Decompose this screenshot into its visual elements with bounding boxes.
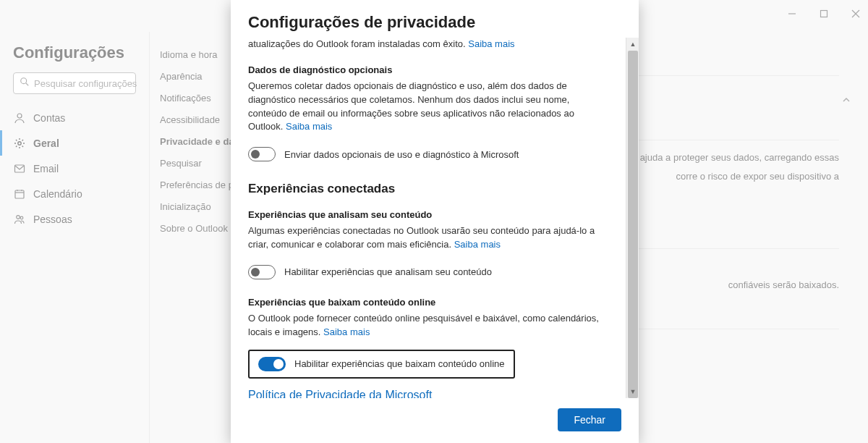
toggle-analyze-label: Habilitar experiências que analisam seu … — [284, 266, 492, 277]
close-button[interactable]: Fechar — [558, 408, 621, 431]
analisam-body: Algumas experiências conectadas no Outlo… — [248, 225, 595, 250]
baixam-heading: Experiências que baixam conteúdo online — [248, 297, 608, 308]
toggle-diagnostic-data[interactable] — [248, 147, 276, 161]
saiba-mais-link-3[interactable]: Saiba mais — [454, 239, 501, 250]
scroll-up-arrow[interactable]: ▲ — [626, 38, 639, 51]
toggle-download-label: Habilitar experiências que baixam conteú… — [294, 358, 505, 369]
scroll-down-arrow[interactable]: ▼ — [626, 385, 639, 398]
privacy-policy-link[interactable]: Política de Privacidade da Microsoft — [248, 389, 432, 398]
baixam-text: O Outlook pode fornecer conteúdo online … — [248, 312, 608, 339]
intro-tail: atualizações do Outlook foram instaladas… — [248, 38, 466, 49]
dados-text: Queremos coletar dados opcionais de diag… — [248, 80, 608, 134]
modal-title: Configurações de privacidade — [231, 0, 639, 38]
conectadas-heading: Experiências conectadas — [248, 182, 608, 196]
baixam-body: O Outlook pode fornecer conteúdo online … — [248, 313, 599, 337]
toggle-row-download-focused: Habilitar experiências que baixam conteú… — [248, 350, 515, 379]
modal-body: atualizações do Outlook foram instaladas… — [231, 38, 639, 398]
modal-scrollbar[interactable]: ▲ ▼ — [626, 38, 639, 398]
dados-heading: Dados de diagnóstico opcionais — [248, 64, 608, 75]
saiba-mais-link-4[interactable]: Saiba mais — [323, 326, 370, 337]
toggle-analyze-content[interactable] — [248, 265, 276, 279]
analisam-text: Algumas experiências conectadas no Outlo… — [248, 224, 608, 252]
toggle-row-analyze: Habilitar experiências que analisam seu … — [248, 261, 608, 284]
modal-footer: Fechar — [231, 398, 639, 443]
toggle-download-content[interactable] — [258, 357, 286, 371]
scrollbar-thumb[interactable] — [628, 51, 638, 398]
saiba-mais-link-1[interactable]: Saiba mais — [468, 38, 514, 49]
saiba-mais-link-2[interactable]: Saiba mais — [286, 121, 332, 132]
modal-scroll-area[interactable]: atualizações do Outlook foram instaladas… — [231, 38, 626, 398]
intro-text: atualizações do Outlook foram instaladas… — [248, 38, 608, 51]
privacy-modal: Configurações de privacidade atualizaçõe… — [231, 0, 639, 443]
toggle-diagnostic-label: Enviar dados opcionais de uso e diagnóst… — [284, 149, 519, 160]
toggle-row-diagnostic: Enviar dados opcionais de uso e diagnóst… — [248, 143, 608, 166]
analisam-heading: Experiências que analisam seu conteúdo — [248, 209, 608, 220]
